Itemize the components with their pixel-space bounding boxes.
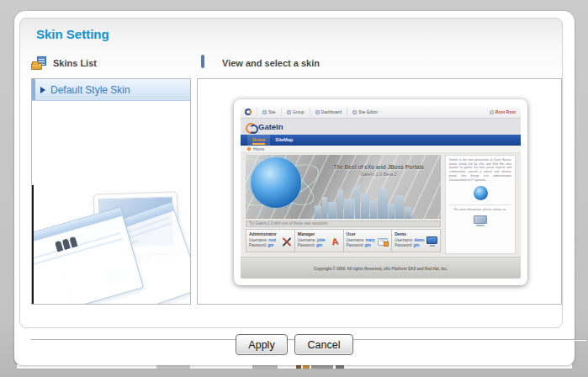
background-artifact [252,365,278,369]
page-title: Skin Setting [36,27,109,41]
skin-list-item-default[interactable]: Default Style Skin [32,79,190,101]
mail-icon [378,236,389,247]
account-demo: Demo Username: demo Password: gtn [392,230,440,252]
sidebar-divider [449,204,511,205]
cursor-artifact [32,185,34,305]
gatein-screenshot: Site Group Dashboard Site Editor Root Ro… [241,106,521,279]
preview-tab-sitemap: SiteMap [270,135,298,146]
background-artifact [336,365,344,369]
gatein-logo-icon [246,122,256,132]
account-administrator: Administrator Username: root Password: g… [246,230,295,252]
dialog-actions: Apply Cancel [14,334,575,355]
account-user: User Username: mary Password: gtn [344,230,393,252]
preview-sidebar: GateIn is the new generation of Open Sou… [445,155,516,254]
account-manager: Manager Username: john Password: gtn A [295,230,344,252]
skin-setting-panel: Skin Setting Skins List View and select … [19,18,563,328]
user-icon [490,110,494,114]
small-globe-icon [474,186,488,200]
gatein-brand-text: GateIn [258,122,283,131]
view-select-header-label: View and select a skin [222,58,320,68]
skins-list-header: Skins List [31,56,97,70]
dashboard-icon [315,110,320,114]
preview-navbar: Home SiteMap [241,135,521,146]
breadcrumb-icon [246,146,252,151]
item-arrow-icon [40,87,45,93]
preview-toolbar: Site Group Dashboard Site Editor Root Ro… [241,106,521,119]
selection-accent [32,79,35,100]
preview-breadcrumb: Home [241,146,521,153]
skin-item-label: Default Style Skin [50,84,130,96]
background-artifact [311,365,333,369]
preview-brand-row: GateIn [241,119,521,135]
preview-logo-icon [245,109,252,115]
compass-icon: A [329,236,342,248]
skins-decoration-image [32,188,190,304]
preview-toolbar-dashboard: Dashboard [310,108,347,116]
preview-tab-home: Home [247,135,270,146]
background-artifact [156,365,190,369]
accounts-header: Try GateIn 1.0 with one of these user ac… [246,220,441,227]
skin-preview-image[interactable]: Site Group Dashboard Site Editor Root Ro… [234,99,527,285]
tools-icon [281,236,292,247]
preview-toolbar-group: Group [281,108,310,116]
preview-toolbar-site: Site [257,108,281,116]
computer-icon [474,215,487,226]
apply-button[interactable]: Apply [236,334,288,355]
site-editor-icon [352,110,357,114]
skin-preview-panel: Site Group Dashboard Site Editor Root Ro… [197,78,562,305]
preview-content: The Best of eXo and JBoss Portals GateIn… [241,153,521,257]
group-icon [287,110,291,114]
contact-text: For more information, please contact us. [449,208,511,211]
cancel-button[interactable]: Cancel [294,334,353,355]
screen-background: Skin Setting Skins List View and select … [0,0,588,377]
monitor-icon [201,56,215,70]
preview-user: Root Root [490,109,521,114]
preview-footer: Copyright © 2009. All rights Reserved, e… [241,257,521,279]
banner-title: The Best of eXo and JBoss Portals [318,164,439,170]
skin-setting-dialog: Skin Setting Skins List View and select … [14,11,575,365]
banner-subtitle: GateIn 1.0 Beta 2 [318,172,439,177]
globe-icon [251,157,301,208]
site-icon [262,110,267,114]
skins-list-icon [31,56,46,70]
preview-toolbar-site-editor: Site Editor [347,108,383,116]
skins-list-header-label: Skins List [53,58,97,68]
about-text: GateIn is the new generation of Open Sou… [449,158,511,182]
skyline-image [315,183,441,219]
demo-monitor-icon [426,236,437,247]
view-select-header: View and select a skin [201,56,320,70]
accounts-row: Administrator Username: root Password: g… [246,229,441,252]
skins-list-box: Default Style Skin [31,78,191,305]
preview-banner: The Best of eXo and JBoss Portals GateIn… [246,155,441,219]
